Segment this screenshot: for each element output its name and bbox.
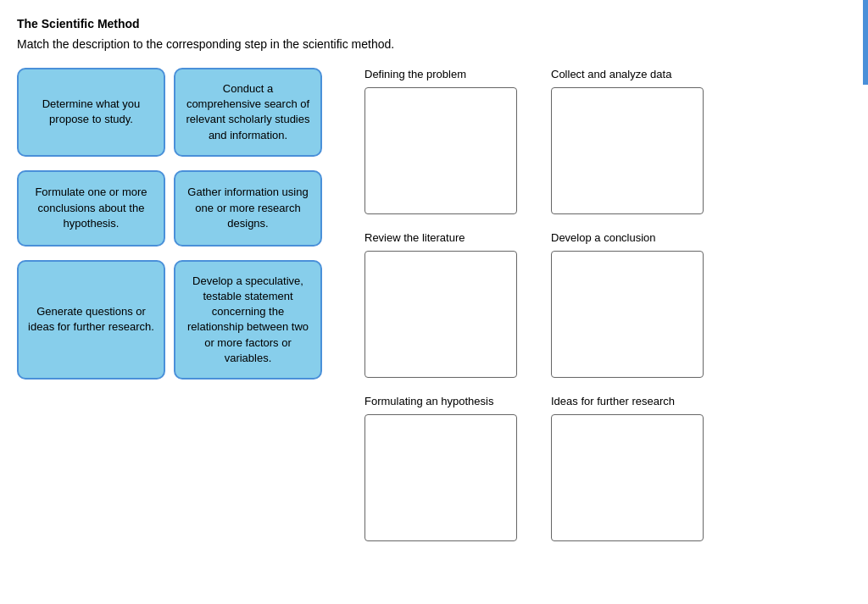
drop-group-formulating: Formulating an hypothesis xyxy=(364,395,517,541)
source-row-0: Determine what you propose to study. Con… xyxy=(17,68,339,157)
drop-label-develop: Develop a conclusion xyxy=(551,231,704,244)
drop-zone-review[interactable] xyxy=(364,251,517,378)
source-card-2[interactable]: Conduct a comprehensive search of releva… xyxy=(174,68,322,157)
source-card-3[interactable]: Formulate one or more conclusions about … xyxy=(17,170,165,247)
drop-group-defining: Defining the problem xyxy=(364,68,517,214)
drop-zone-formulating[interactable] xyxy=(364,414,517,541)
drop-label-formulating: Formulating an hypothesis xyxy=(364,395,517,407)
scrollbar-indicator[interactable] xyxy=(863,0,868,85)
drop-label-defining: Defining the problem xyxy=(364,68,517,80)
instructions: Match the description to the correspondi… xyxy=(17,37,851,51)
drop-group-review: Review the literature xyxy=(364,231,517,378)
drop-zones-area: Defining the problem Review the literatu… xyxy=(364,68,704,541)
source-column: Determine what you propose to study. Con… xyxy=(17,68,339,380)
drop-label-collect: Collect and analyze data xyxy=(551,68,704,80)
drop-label-review: Review the literature xyxy=(364,231,517,244)
drop-group-develop: Develop a conclusion xyxy=(551,231,704,378)
source-card-6[interactable]: Develop a speculative, testable statemen… xyxy=(174,260,322,380)
drop-zone-develop[interactable] xyxy=(551,251,704,378)
drop-zone-ideas[interactable] xyxy=(551,414,704,541)
drop-column-2: Collect and analyze data Develop a concl… xyxy=(551,68,704,541)
source-row-1: Formulate one or more conclusions about … xyxy=(17,170,339,247)
drop-column-1: Defining the problem Review the literatu… xyxy=(364,68,517,541)
drop-label-ideas: Ideas for further research xyxy=(551,395,704,407)
source-card-1[interactable]: Determine what you propose to study. xyxy=(17,68,165,157)
drop-zone-collect[interactable] xyxy=(551,87,704,214)
drop-group-ideas: Ideas for further research xyxy=(551,395,704,541)
source-card-4[interactable]: Gather information using one or more res… xyxy=(174,170,322,247)
page-title: The Scientific Method xyxy=(17,17,851,30)
drop-zone-defining[interactable] xyxy=(364,87,517,214)
source-row-2: Generate questions or ideas for further … xyxy=(17,260,339,380)
source-card-5[interactable]: Generate questions or ideas for further … xyxy=(17,260,165,380)
drop-group-collect: Collect and analyze data xyxy=(551,68,704,214)
